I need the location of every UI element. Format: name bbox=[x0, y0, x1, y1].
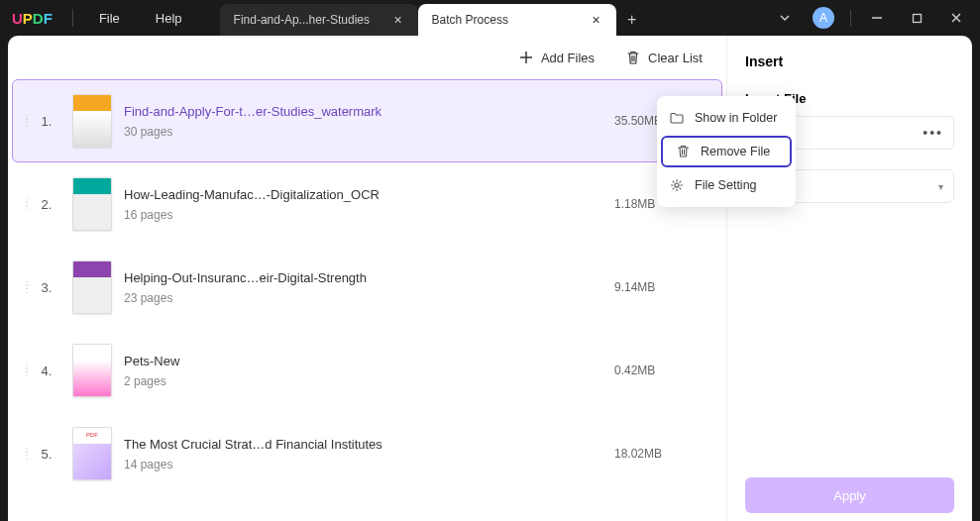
file-name: The Most Crucial Strat…d Financial Insti… bbox=[124, 437, 614, 452]
app-logo: UPDF bbox=[0, 10, 64, 27]
file-thumbnail: PDF bbox=[72, 427, 112, 480]
file-name: How-Leading-Manufac…-Digitalization_OCR bbox=[124, 187, 614, 202]
plus-icon bbox=[519, 51, 533, 64]
close-button[interactable] bbox=[938, 4, 974, 32]
main-window: Add Files Clear List ⋮⋮ 1. Find-and-Appl… bbox=[8, 36, 972, 521]
file-row[interactable]: ⋮⋮ 1. Find-and-Apply-For-t…er-Studies_wa… bbox=[12, 79, 722, 162]
minimize-button[interactable] bbox=[859, 4, 895, 32]
svg-point-2 bbox=[675, 183, 679, 187]
tab-document[interactable]: Find-and-Ap...her-Studies × bbox=[220, 4, 418, 36]
trash-icon bbox=[626, 51, 640, 65]
clear-list-button[interactable]: Clear List bbox=[626, 51, 703, 65]
file-toolbar: Add Files Clear List bbox=[8, 36, 726, 79]
file-size: 9.14MB bbox=[614, 280, 713, 294]
row-number: 1. bbox=[33, 114, 60, 129]
tab-strip: Find-and-Ap...her-Studies × Batch Proces… bbox=[220, 0, 648, 36]
file-pages: 30 pages bbox=[124, 125, 614, 139]
file-panel: Add Files Clear List ⋮⋮ 1. Find-and-Appl… bbox=[8, 36, 726, 521]
file-pages: 2 pages bbox=[124, 374, 614, 388]
file-row[interactable]: ⋮⋮ 5. PDF The Most Crucial Strat…d Finan… bbox=[12, 412, 722, 495]
ctx-show-in-folder[interactable]: Show in Folder bbox=[657, 102, 796, 134]
file-list: ⋮⋮ 1. Find-and-Apply-For-t…er-Studies_wa… bbox=[8, 79, 726, 521]
trash-icon bbox=[675, 145, 691, 158]
file-name: Helping-Out-Insuranc…eir-Digital-Strengt… bbox=[124, 270, 614, 285]
add-files-button[interactable]: Add Files bbox=[519, 51, 595, 65]
file-thumbnail bbox=[72, 344, 112, 397]
apply-button[interactable]: Apply bbox=[745, 477, 954, 513]
file-thumbnail bbox=[72, 260, 112, 314]
gear-icon bbox=[669, 178, 685, 192]
close-icon[interactable]: × bbox=[391, 12, 403, 28]
drag-handle-icon[interactable]: ⋮⋮ bbox=[21, 117, 33, 125]
maximize-button[interactable] bbox=[899, 4, 934, 32]
add-tab-button[interactable]: + bbox=[616, 4, 648, 36]
chevron-down-icon: ▾ bbox=[938, 181, 943, 192]
menu-file[interactable]: File bbox=[81, 11, 138, 26]
drag-handle-icon[interactable]: ⋮⋮ bbox=[21, 283, 33, 291]
tab-label: Find-and-Ap...her-Studies bbox=[234, 13, 370, 27]
panel-title: Insert bbox=[745, 53, 954, 69]
file-row[interactable]: ⋮⋮ 4. Pets-New 2 pages 0.42MB bbox=[12, 329, 722, 412]
user-avatar[interactable]: A bbox=[813, 7, 834, 29]
drag-handle-icon[interactable]: ⋮⋮ bbox=[21, 200, 33, 208]
more-icon: ••• bbox=[923, 125, 943, 141]
row-number: 4. bbox=[33, 364, 60, 378]
folder-icon bbox=[669, 112, 685, 124]
file-row[interactable]: ⋮⋮ 2. How-Leading-Manufac…-Digitalizatio… bbox=[12, 162, 722, 246]
file-pages: 16 pages bbox=[124, 208, 614, 222]
file-name: Find-and-Apply-For-t…er-Studies_watermar… bbox=[124, 104, 614, 119]
row-number: 5. bbox=[33, 447, 60, 462]
drag-handle-icon[interactable]: ⋮⋮ bbox=[21, 366, 33, 374]
ctx-file-setting[interactable]: File Setting bbox=[657, 169, 796, 201]
file-pages: 14 pages bbox=[124, 458, 614, 471]
context-menu: Show in Folder Remove File File Setting bbox=[657, 96, 796, 207]
file-pages: 23 pages bbox=[124, 291, 614, 305]
tab-label: Batch Process bbox=[432, 13, 508, 27]
file-thumbnail bbox=[72, 177, 112, 231]
row-number: 3. bbox=[33, 280, 60, 295]
ctx-remove-file[interactable]: Remove File bbox=[661, 136, 792, 167]
file-name: Pets-New bbox=[124, 354, 614, 368]
svg-rect-1 bbox=[913, 14, 921, 22]
drag-handle-icon[interactable]: ⋮⋮ bbox=[21, 450, 33, 458]
chevron-down-icon[interactable] bbox=[769, 6, 801, 30]
close-icon[interactable]: × bbox=[590, 12, 601, 28]
file-size: 0.42MB bbox=[614, 364, 713, 377]
file-row[interactable]: ⋮⋮ 3. Helping-Out-Insuranc…eir-Digital-S… bbox=[12, 246, 722, 329]
tab-batch-process[interactable]: Batch Process × bbox=[418, 4, 616, 36]
menu-help[interactable]: Help bbox=[138, 11, 200, 26]
file-size: 18.02MB bbox=[614, 447, 713, 461]
file-thumbnail bbox=[72, 94, 112, 148]
titlebar: UPDF File Help Find-and-Ap...her-Studies… bbox=[0, 0, 980, 36]
row-number: 2. bbox=[33, 197, 60, 212]
